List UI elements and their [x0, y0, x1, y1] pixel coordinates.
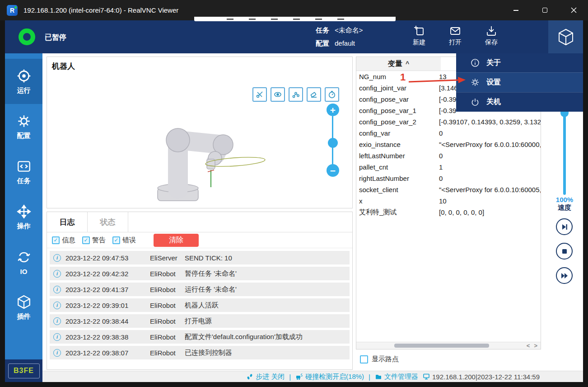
horizontal-scrollbar[interactable]: < > [356, 342, 541, 349]
file-manager-button[interactable]: 文件管理器 [375, 373, 418, 381]
speed-word: 速度 [551, 203, 578, 211]
warning-filter-label: 警告 [92, 236, 106, 245]
scroll-right-icon[interactable]: > [534, 342, 537, 349]
sidebar-item-run[interactable]: 运行 [5, 59, 42, 104]
config-label: 配置 [316, 39, 329, 47]
eraser-icon [310, 90, 318, 99]
new-task-label: 新建 [413, 38, 425, 47]
tools-icon [256, 90, 264, 99]
variable-value: 0 [439, 152, 541, 160]
vnc-toolbar-dash [249, 19, 256, 20]
variable-name: config_pose_var_2 [356, 118, 439, 126]
show-waypoints-checkbox[interactable] [360, 355, 368, 363]
step-run-button[interactable] [556, 218, 573, 235]
log-source: EliRobot [150, 333, 185, 341]
close-button[interactable] [559, 0, 588, 20]
plus-icon: + [330, 105, 336, 115]
clear-log-button[interactable]: 清除 [154, 234, 199, 247]
gear-icon [16, 113, 32, 129]
log-source: EliRobot [150, 317, 185, 325]
sidebar-item-task[interactable]: 任务 [5, 149, 42, 194]
eye-icon [274, 90, 282, 99]
zoom-in-button[interactable]: + [327, 104, 339, 116]
sidebar: 运行 配置 任务 [5, 53, 42, 382]
variable-value: 1 [439, 163, 541, 171]
info-icon: i [53, 317, 61, 325]
log-tabs: 日志 状态 [47, 212, 352, 232]
scrollbar-thumb[interactable] [394, 344, 489, 348]
sidebar-item-operate[interactable]: 操作 [5, 194, 42, 240]
speed-slider-track[interactable] [563, 106, 566, 195]
menu-item-about-label: 关于 [486, 58, 501, 68]
zoom-slider-thumb[interactable] [328, 138, 338, 148]
variable-value: [-0.39107, 0.14393, 0.3259, 3.1325 [439, 118, 541, 126]
stop-icon [561, 248, 568, 255]
sidebar-item-plugin[interactable]: 插件 [5, 285, 42, 330]
tools-button[interactable] [252, 87, 267, 102]
log-time: 2023-12-22 09:38:07 [65, 349, 150, 357]
collapse-caret-icon: ^ [406, 60, 409, 67]
minimize-button[interactable] [501, 0, 530, 20]
log-filter-row: ✓ 信息 ✓ 警告 ✓ 错误 清除 [47, 232, 352, 248]
robot-status-icon [19, 28, 35, 45]
fast-forward-button[interactable] [556, 267, 573, 284]
variable-value: 10 [439, 197, 541, 205]
minimize-icon [513, 10, 518, 11]
info-icon: i [53, 349, 61, 357]
power-icon [471, 98, 480, 107]
tab-log[interactable]: 日志 [47, 212, 88, 232]
timer-button[interactable] [325, 87, 339, 102]
scroll-left-icon[interactable]: < [527, 342, 530, 349]
open-task-button[interactable]: 打开 [442, 24, 468, 47]
variable-name: exio_instance [356, 141, 439, 148]
variables-title: 变量 [388, 59, 402, 69]
vnc-toolbar-strip[interactable] [194, 17, 396, 21]
variable-value: [0, 0, 0, 0, 0, 0] [439, 208, 541, 216]
info-icon: i [53, 254, 61, 262]
b3fe-logo: B3FE [8, 363, 40, 378]
log-time: 2023-12-22 09:42:32 [65, 270, 150, 278]
log-time: 2023-12-22 09:38:38 [65, 333, 150, 341]
menu-item-settings[interactable]: 设置 [456, 72, 583, 92]
window-title: 192.168.1.200 (intel-corei7-64:0) - Real… [23, 6, 178, 14]
info-checkbox[interactable]: ✓ [52, 236, 60, 244]
connection-info: 192.168.1.200|2023-12-22 11:34:59 [423, 373, 540, 381]
remote-desktop: 已暂停 任务<未命名> 配置default 新建 打开 [5, 20, 583, 382]
menu-item-shutdown-label: 关机 [486, 97, 501, 107]
step-play-icon [561, 223, 568, 231]
info-icon: i [53, 302, 61, 309]
erase-trace-button[interactable] [307, 87, 321, 102]
collision-detection-toggle[interactable]: 碰撞检测开启(18%) [295, 373, 364, 381]
log-message: 暂停任务 '未命名' [185, 269, 350, 278]
variables-tab[interactable]: 变量 ^ [356, 57, 441, 71]
tab-status[interactable]: 状态 [88, 212, 128, 232]
zoom-out-button[interactable]: − [327, 164, 339, 177]
variable-name: leftLastNumber [356, 152, 439, 160]
sidebar-item-io[interactable]: IO [5, 240, 42, 285]
address-time-label: 192.168.1.200|2023-12-22 11:34:59 [432, 373, 540, 381]
variable-row: leftLastNumber0 [356, 150, 541, 161]
warning-checkbox[interactable]: ✓ [82, 236, 90, 244]
save-task-button[interactable]: 保存 [478, 24, 504, 47]
maximize-button[interactable] [530, 0, 559, 20]
clock-icon [328, 90, 336, 99]
robot-3d-view[interactable] [115, 111, 268, 206]
error-checkbox[interactable]: ✓ [112, 236, 120, 244]
save-icon [485, 24, 498, 37]
new-task-button[interactable]: 新建 [406, 24, 432, 47]
stop-button[interactable] [556, 243, 573, 260]
fast-forward-icon [560, 272, 569, 279]
menu-item-shutdown[interactable]: 关机 [456, 92, 583, 112]
view-visibility-button[interactable] [271, 87, 285, 102]
variable-value: "<ServerProxy for 6.0.0.10:60000, [439, 141, 541, 148]
show-waypoints-label: 显示路点 [372, 355, 399, 363]
sidebar-footer: B3FE [5, 359, 42, 382]
menu-item-settings-label: 设置 [486, 78, 501, 87]
sidebar-item-configure[interactable]: 配置 [5, 104, 42, 149]
io-cycle-icon [16, 250, 32, 265]
vnc-toolbar-dash [337, 19, 344, 20]
kinematics-button[interactable] [289, 87, 303, 102]
step-mode-toggle[interactable]: 步进 关闭 [246, 373, 285, 381]
menu-item-about[interactable]: 关于 [456, 53, 583, 72]
app-menu-button[interactable] [548, 20, 583, 53]
